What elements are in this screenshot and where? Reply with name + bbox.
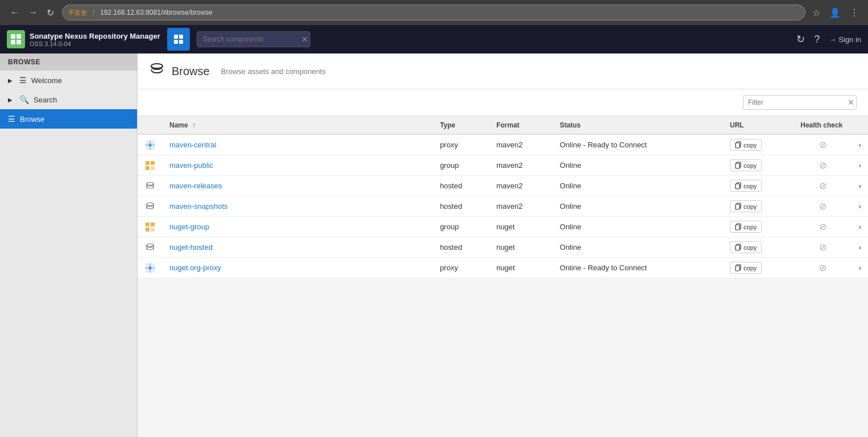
filter-clear-button[interactable]: ✕ — [848, 98, 854, 107]
col-header-url[interactable]: URL — [723, 117, 794, 135]
row-status: Online — [553, 217, 723, 237]
copy-url-button[interactable]: copy — [730, 241, 762, 253]
copy-url-button[interactable]: copy — [730, 200, 762, 212]
col-header-health[interactable]: Health check — [794, 117, 852, 135]
svg-point-23 — [147, 182, 153, 185]
row-name[interactable]: nuget.org-proxy — [163, 258, 433, 278]
sidebar-item-welcome[interactable]: ▶ ☰ Welcome — [0, 71, 137, 90]
row-arrow[interactable]: › — [852, 258, 868, 278]
row-arrow[interactable]: › — [852, 134, 868, 155]
app-logo: Sonatype Nexus Repository Manager OSS 3.… — [7, 30, 160, 48]
row-arrow[interactable]: › — [852, 217, 868, 237]
row-url: copy — [723, 258, 794, 278]
help-button[interactable]: ? — [814, 34, 820, 46]
copy-url-button[interactable]: copy — [730, 159, 762, 171]
svg-rect-4 — [174, 35, 178, 39]
forward-button[interactable]: → — [25, 5, 41, 20]
repo-type-icon — [144, 160, 156, 171]
row-url: copy — [723, 237, 794, 258]
repo-type-icon — [144, 221, 156, 233]
filter-wrapper: ✕ — [743, 95, 857, 110]
row-arrow[interactable]: › — [852, 196, 868, 217]
row-name[interactable]: maven-central — [163, 134, 433, 155]
header-browse-button[interactable] — [167, 28, 190, 51]
reload-button[interactable]: ↻ — [43, 5, 57, 20]
row-format: nuget — [489, 237, 553, 258]
row-arrow[interactable]: › — [852, 237, 868, 258]
bookmark-button[interactable]: ☆ — [810, 5, 823, 20]
table-row: nuget.org-proxy proxy nuget Online - Rea… — [138, 258, 868, 278]
row-arrow[interactable]: › — [852, 176, 868, 196]
row-status: Online - Ready to Connect — [553, 134, 723, 155]
row-health: ⊘ — [794, 258, 852, 278]
row-health: ⊘ — [794, 134, 852, 155]
row-health: ⊘ — [794, 237, 852, 258]
row-health: ⊘ — [794, 217, 852, 237]
security-indicator: 不安全 — [68, 9, 87, 17]
filter-area: ✕ — [138, 89, 868, 116]
row-name[interactable]: nuget-group — [163, 217, 433, 237]
col-header-status[interactable]: Status — [553, 117, 723, 135]
app-body: Browse ▶ ☰ Welcome ▶ 🔍 Search ☰ Browse — [0, 53, 868, 437]
svg-point-39 — [147, 244, 153, 246]
row-url: copy — [723, 196, 794, 217]
col-header-name[interactable]: Name ↑ — [163, 117, 433, 135]
row-format: maven2 — [489, 176, 553, 196]
svg-rect-20 — [151, 166, 155, 170]
copy-url-button[interactable]: copy — [730, 262, 762, 274]
row-name[interactable]: nuget-hosted — [163, 237, 433, 258]
browser-actions: ☆ 👤 ⋮ — [810, 5, 861, 20]
sort-arrow: ↑ — [192, 121, 196, 129]
repository-table: Name ↑ Type Format Status URL Health che… — [138, 116, 868, 278]
svg-rect-34 — [151, 222, 155, 226]
page-title: Browse — [172, 65, 210, 78]
svg-rect-35 — [146, 228, 149, 232]
app-title: Sonatype Nexus Repository Manager — [30, 32, 160, 40]
row-name[interactable]: maven-public — [163, 155, 433, 176]
health-check-icon: ⊘ — [819, 263, 827, 273]
col-header-format[interactable]: Format — [489, 117, 553, 135]
row-name[interactable]: maven-releases — [163, 176, 433, 196]
search-icon: 🔍 — [19, 95, 29, 104]
row-name[interactable]: maven-snapshots — [163, 196, 433, 217]
app-header: Sonatype Nexus Repository Manager OSS 3.… — [0, 25, 868, 53]
menu-button[interactable]: ⋮ — [848, 5, 861, 20]
sidebar-item-search[interactable]: ▶ 🔍 Search — [0, 90, 137, 109]
table-row: maven-central proxy maven2 Online - Read… — [138, 134, 868, 155]
profile-button[interactable]: 👤 — [827, 5, 843, 20]
repo-type-icon — [144, 180, 156, 192]
repo-type-icon — [144, 201, 156, 212]
search-clear-button[interactable]: ✕ — [301, 35, 308, 44]
svg-point-45 — [148, 266, 152, 270]
address-bar[interactable]: 不安全 | 192.168.12.63:8081/#browse/browse — [62, 5, 805, 20]
back-button[interactable]: ← — [7, 5, 23, 20]
refresh-button[interactable]: ↻ — [796, 33, 805, 46]
svg-rect-2 — [11, 40, 15, 44]
svg-rect-18 — [151, 161, 155, 165]
sign-in-button[interactable]: → Sign in — [829, 35, 861, 44]
app-title-block: Sonatype Nexus Repository Manager OSS 3.… — [30, 32, 160, 47]
row-format: nuget — [489, 258, 553, 278]
welcome-expand-icon: ▶ — [8, 77, 13, 84]
copy-url-button[interactable]: copy — [730, 139, 762, 151]
row-url: copy — [723, 155, 794, 176]
svg-rect-33 — [146, 222, 149, 226]
header-right: ↻ ? → Sign in — [796, 33, 861, 46]
welcome-label: Welcome — [31, 76, 62, 85]
signin-icon: → — [829, 35, 836, 44]
sidebar-item-browse[interactable]: ☰ Browse — [0, 109, 137, 129]
col-header-type[interactable]: Type — [433, 117, 489, 135]
filter-input[interactable] — [743, 95, 857, 110]
copy-url-button[interactable]: copy — [730, 180, 762, 192]
row-format: nuget — [489, 217, 553, 237]
welcome-icon: ☰ — [19, 76, 27, 85]
row-type: hosted — [433, 237, 489, 258]
copy-url-button[interactable]: copy — [730, 221, 762, 233]
row-arrow[interactable]: › — [852, 155, 868, 176]
health-check-icon: ⊘ — [819, 140, 827, 150]
browser-chrome: ← → ↻ 不安全 | 192.168.12.63:8081/#browse/b… — [0, 0, 868, 25]
col-header-arrow — [852, 117, 868, 135]
svg-rect-38 — [736, 225, 740, 230]
search-components-input[interactable] — [197, 31, 310, 47]
main-content: Browse Browse assets and components ✕ Na… — [138, 53, 868, 437]
